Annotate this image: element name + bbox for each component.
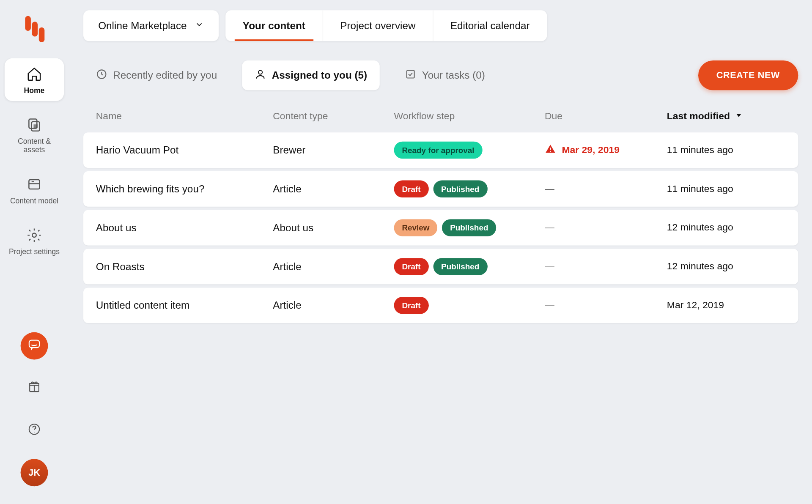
workflow-pill-draft: Draft [394, 181, 429, 198]
th-modified-label: Last modified [667, 111, 730, 122]
project-switcher[interactable]: Online Marketplace [83, 10, 219, 41]
sidebar-item-label: Project settings [9, 247, 60, 256]
table-row[interactable]: On RoastsArticleDraftPublished—12 minute… [83, 249, 798, 285]
gear-icon [26, 227, 42, 245]
due-text: — [545, 222, 554, 233]
tab-your-content[interactable]: Your content [225, 10, 323, 41]
filter-assigned[interactable]: Assigned to you (5) [242, 60, 380, 90]
avatar-initials: JK [28, 468, 40, 478]
workflow-pill-published: Published [442, 219, 496, 236]
svg-marker-19 [736, 114, 741, 117]
svg-rect-2 [39, 27, 45, 42]
cell-modified: 11 minutes ago [667, 183, 786, 194]
sidebar-item-home[interactable]: Home [5, 58, 64, 101]
tab-label: Editorial calendar [450, 20, 530, 32]
sidebar-item-settings[interactable]: Project settings [5, 219, 64, 262]
cell-due: — [545, 300, 667, 311]
cell-type: Brewer [273, 144, 394, 156]
cell-name: About us [96, 222, 273, 233]
filter-tasks[interactable]: Your tasks (0) [392, 60, 498, 90]
topbar: Online Marketplace Your content Project … [83, 10, 798, 41]
sidebar-item-label: Content model [10, 197, 58, 205]
help-icon [27, 422, 41, 438]
filter-label: Recently edited by you [113, 69, 217, 81]
svg-point-17 [258, 70, 262, 74]
project-name: Online Marketplace [98, 20, 187, 32]
filter-label: Assigned to you (5) [272, 69, 367, 81]
tab-project-overview[interactable]: Project overview [323, 10, 433, 41]
cell-workflow: Draft [394, 297, 545, 314]
sidebar: Home Content & assets Content model Proj… [0, 0, 69, 504]
filter-bar: Recently edited by you Assigned to you (… [83, 60, 798, 90]
cell-name: On Roasts [96, 260, 273, 272]
svg-rect-4 [32, 122, 40, 131]
svg-point-15 [34, 432, 35, 433]
cell-modified: 11 minutes ago [667, 145, 786, 156]
th-type[interactable]: Content type [273, 111, 394, 122]
workflow-pill-ready: Ready for approval [394, 142, 483, 159]
cell-workflow: DraftPublished [394, 181, 545, 198]
svg-rect-20 [550, 147, 551, 150]
chevron-down-icon [195, 20, 204, 32]
tab-editorial-calendar[interactable]: Editorial calendar [433, 10, 547, 41]
cell-type: Article [273, 260, 394, 272]
cell-name: Untitled content item [96, 299, 273, 311]
brand-logo [22, 14, 47, 46]
help-button[interactable] [21, 417, 48, 444]
workflow-pill-published: Published [433, 258, 487, 275]
due-text: — [545, 300, 554, 311]
checkbox-icon [405, 68, 416, 82]
table-row[interactable]: Hario Vacuum PotBrewerReady for approval… [83, 132, 798, 168]
svg-rect-0 [25, 16, 31, 31]
chat-icon [27, 338, 41, 354]
cell-name: Which brewing fits you? [96, 183, 273, 195]
due-text: Mar 29, 2019 [562, 145, 620, 156]
gift-button[interactable] [21, 375, 48, 402]
cell-name: Hario Vacuum Pot [96, 144, 273, 156]
th-name[interactable]: Name [96, 111, 273, 122]
workflow-pill-published: Published [433, 181, 487, 198]
cell-due: — [545, 183, 667, 194]
content-icon [26, 117, 42, 135]
sort-desc-icon [735, 111, 743, 122]
sidebar-item-label: Home [24, 87, 45, 95]
svg-point-10 [32, 233, 36, 237]
th-modified[interactable]: Last modified [667, 111, 786, 122]
header-tabs: Your content Project overview Editorial … [225, 10, 547, 41]
person-icon [255, 68, 266, 82]
sidebar-item-content[interactable]: Content & assets [5, 109, 64, 160]
workflow-pill-review: Review [394, 219, 438, 236]
user-avatar[interactable]: JK [21, 459, 48, 486]
svg-rect-1 [32, 22, 38, 36]
table-row[interactable]: Which brewing fits you?ArticleDraftPubli… [83, 171, 798, 207]
cell-due: — [545, 261, 667, 272]
cell-workflow: Ready for approval [394, 142, 545, 159]
cell-workflow: DraftPublished [394, 258, 545, 275]
table-row[interactable]: Untitled content itemArticleDraft—Mar 12… [83, 288, 798, 323]
svg-rect-11 [29, 340, 39, 348]
intercom-button[interactable] [21, 332, 48, 360]
sidebar-item-model[interactable]: Content model [5, 168, 64, 211]
workflow-pill-draft: Draft [394, 297, 429, 314]
overdue-warning-icon [545, 143, 556, 157]
cell-type: Article [273, 183, 394, 195]
svg-rect-21 [550, 151, 551, 151]
th-due[interactable]: Due [545, 111, 667, 122]
tab-label: Project overview [340, 20, 415, 32]
th-step[interactable]: Workflow step [394, 111, 545, 122]
table-rows: Hario Vacuum PotBrewerReady for approval… [83, 132, 798, 323]
home-icon [26, 66, 42, 85]
due-text: — [545, 261, 554, 272]
cell-due: Mar 29, 2019 [545, 143, 667, 157]
cell-type: About us [273, 222, 394, 233]
table-row[interactable]: About usAbout usReviewPublished—12 minut… [83, 210, 798, 246]
table-header: Name Content type Workflow step Due Last… [83, 105, 798, 128]
sidebar-item-label: Content & assets [7, 137, 62, 154]
due-text: — [545, 183, 554, 194]
model-icon [26, 176, 42, 194]
main: Online Marketplace Your content Project … [69, 0, 812, 504]
filter-label: Your tasks (0) [422, 69, 485, 81]
create-new-button[interactable]: CREATE NEW [698, 60, 798, 90]
clock-icon [96, 68, 107, 82]
filter-recent[interactable]: Recently edited by you [83, 60, 230, 90]
